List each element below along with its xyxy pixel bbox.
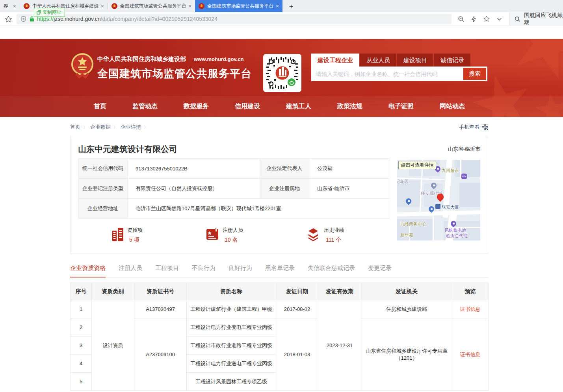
nav-item-policy[interactable]: 政策法规 xyxy=(337,102,362,111)
browser-tab-active[interactable]: 全国建筑市场监管公共服务平台 × xyxy=(195,0,282,12)
browser-tab-partial[interactable]: 界 × xyxy=(0,0,20,12)
nav-item-site-news[interactable]: 网站动态 xyxy=(440,102,465,111)
col-header-name: 资质名称 xyxy=(187,283,276,300)
nav-item-workers[interactable]: 建筑工人 xyxy=(286,102,311,111)
qualification-name: 工程设计市政行业道路工程专业丙级 xyxy=(187,337,276,355)
certificate-info-link[interactable]: 证书信息 xyxy=(460,306,481,312)
map-block xyxy=(455,160,480,177)
mobile-view-label: 手机查看 xyxy=(459,124,479,131)
national-emblem-logo xyxy=(71,52,94,81)
field-label: 企业登记注册类型 xyxy=(78,179,128,199)
breadcrumb-home[interactable]: 首页 xyxy=(70,124,80,131)
search-tab-enterprise[interactable]: 建设工程企业 xyxy=(311,54,359,67)
header-search-module: 建设工程企业 从业人员 建设项目 诚信记录 搜索 xyxy=(311,54,487,81)
nav-item-certificates[interactable]: 电子证照 xyxy=(388,102,414,111)
validity-date: 2023-12-31 xyxy=(318,300,361,391)
issuing-authority: 山东省住房和城乡建设厅许可专用章（1201） xyxy=(361,318,452,391)
field-label: 统一社会信用代码 xyxy=(78,159,128,179)
tab-title: 界 xyxy=(4,3,11,9)
breadcrumb-company-detail[interactable]: 企业详情 xyxy=(121,124,141,131)
quick-search-box[interactable]: 国航回应飞机颠簸 xyxy=(509,12,563,26)
browser-tab-jzsc[interactable]: 全国建筑市场监管公共服务平台 × xyxy=(108,0,195,12)
flag-star-decoration xyxy=(500,39,563,90)
map-label-garden: 纪花园 xyxy=(397,179,409,185)
breadcrumb-separator: 〉 xyxy=(113,124,118,130)
ministry-name: 中华人民共和国住房和城乡建设部 xyxy=(97,55,186,63)
search-tab-credit[interactable]: 诚信记录 xyxy=(434,54,470,67)
nav-item-supervision[interactable]: 监管动态 xyxy=(132,102,158,111)
col-header-cert-no: 资质证书号 xyxy=(134,283,187,300)
search-tab-personnel[interactable]: 从业人员 xyxy=(360,54,396,67)
location-map[interactable]: 九州超市 ATM 纪花园 联安现代城 联安大厦 九峰商务中心 风帆蓄电池 临沂总… xyxy=(397,160,480,240)
field-label: 企业注册属地 xyxy=(260,179,309,199)
tab-blacklist[interactable]: 黑名单记录 xyxy=(265,264,295,277)
map-label-battery-agent: 临沂总代理 xyxy=(446,233,468,239)
issue-date: 2018-01-03 xyxy=(276,318,318,391)
layers-icon xyxy=(306,227,320,242)
stat-personnel[interactable]: 注册人员 10 名 xyxy=(206,227,243,244)
nav-item-data-service[interactable]: 数据服务 xyxy=(184,102,209,111)
lightning-icon[interactable] xyxy=(471,16,476,22)
search-button[interactable]: 搜索 xyxy=(462,67,487,81)
certificate-info-link[interactable]: 证书信息 xyxy=(460,351,481,357)
breadcrumb-separator: 〉 xyxy=(144,124,148,130)
nav-item-home[interactable]: 首页 xyxy=(94,102,106,111)
map-label-business-center: 九峰商务中心 xyxy=(400,221,426,227)
stat-performance[interactable]: 历史业绩 111 个 xyxy=(306,227,344,244)
site-masthead: 中华人民共和国住房和城乡建设部 www.mohurd.gov.cn 全国建筑市场… xyxy=(0,39,563,117)
qualification-category: 设计资质 xyxy=(92,300,134,391)
stat-label: 注册人员 xyxy=(223,227,243,234)
tab-bad-behavior[interactable]: 不良行为 xyxy=(192,264,216,277)
map-block xyxy=(459,183,480,207)
main-navigation: 首页 监管动态 数据服务 信用建设 建筑工人 政策法规 电子证照 网站动态 xyxy=(0,96,563,117)
tab-good-behavior[interactable]: 良好行为 xyxy=(229,264,252,277)
copy-url-label: 复制网址 xyxy=(43,9,61,16)
credit-code-value: 91371302675501022B xyxy=(128,159,260,179)
company-name: 山东中元建筑设计有限公司 xyxy=(78,144,177,155)
map-label-lianan-tower: 联安大厦 xyxy=(442,204,459,210)
close-icon[interactable]: × xyxy=(189,4,192,9)
detail-tabs: 企业资质资格 注册人员 工程项目 不良行为 良好行为 黑名单记录 失信联合惩戒记… xyxy=(70,264,488,277)
chevron-down-icon[interactable] xyxy=(497,17,502,21)
row-no: 1 xyxy=(71,300,92,318)
mobile-view-link[interactable]: 手机查看 xyxy=(459,124,488,131)
tab-qualifications[interactable]: 企业资质资格 xyxy=(70,264,106,277)
keyword-search-input[interactable] xyxy=(311,67,462,81)
emblem-favicon xyxy=(111,3,117,9)
search-category-tabs: 建设工程企业 从业人员 建设项目 诚信记录 xyxy=(311,54,487,67)
map-label-supermarket: 九州超市 xyxy=(442,168,459,174)
tower-poi-icon xyxy=(435,204,440,209)
favorite-star-icon[interactable] xyxy=(483,15,490,22)
col-header-category: 资质类别 xyxy=(92,283,134,300)
address-input[interactable]: https://jzsc.mohurd.gov.cn/data/company/… xyxy=(17,14,452,24)
col-header-validity: 发证有效期 xyxy=(318,283,361,300)
stat-qualifications[interactable]: 资质项 5 项 xyxy=(112,227,143,244)
page-content: 首页 〉 企业数据 〉 企业详情 〉 手机查看 山东中元建筑设计有限公司 山东省… xyxy=(70,124,488,391)
map-road xyxy=(433,216,434,240)
url-actions xyxy=(458,15,502,22)
qualification-name: 工程设计电力行业送电工程专业丙级 xyxy=(187,355,276,373)
breadcrumb-company-data[interactable]: 企业数据 xyxy=(90,124,111,131)
close-icon[interactable]: × xyxy=(13,4,16,9)
stat-label: 资质项 xyxy=(127,227,143,234)
tab-projects[interactable]: 工程项目 xyxy=(155,264,179,277)
close-icon[interactable]: × xyxy=(276,4,279,9)
breadcrumb-separator: 〉 xyxy=(83,124,87,130)
breadcrumb: 首页 〉 企业数据 〉 企业详情 〉 手机查看 xyxy=(70,124,488,131)
bookmark-star-icon[interactable] xyxy=(5,15,12,23)
search-tab-project[interactable]: 建设项目 xyxy=(397,54,433,67)
copy-url-tooltip[interactable]: 复制网址 xyxy=(34,8,65,17)
nav-item-credit[interactable]: 信用建设 xyxy=(235,102,260,111)
building-icon xyxy=(112,227,124,242)
emblem-favicon xyxy=(24,3,30,9)
qr-code xyxy=(263,54,301,92)
map-road xyxy=(397,210,480,216)
zoom-out-icon[interactable] xyxy=(458,16,465,22)
tab-registered-personnel[interactable]: 注册人员 xyxy=(119,264,142,277)
close-icon[interactable]: × xyxy=(101,4,104,9)
quick-search-text: 国航回应飞机颠簸 xyxy=(524,12,563,26)
new-tab-button[interactable]: ＋ xyxy=(288,2,295,11)
tab-dishonesty[interactable]: 失信联合惩戒记录 xyxy=(308,264,355,277)
map-tooltip: 点击可查看详情 xyxy=(398,161,436,169)
tab-changes[interactable]: 变更记录 xyxy=(368,264,392,277)
